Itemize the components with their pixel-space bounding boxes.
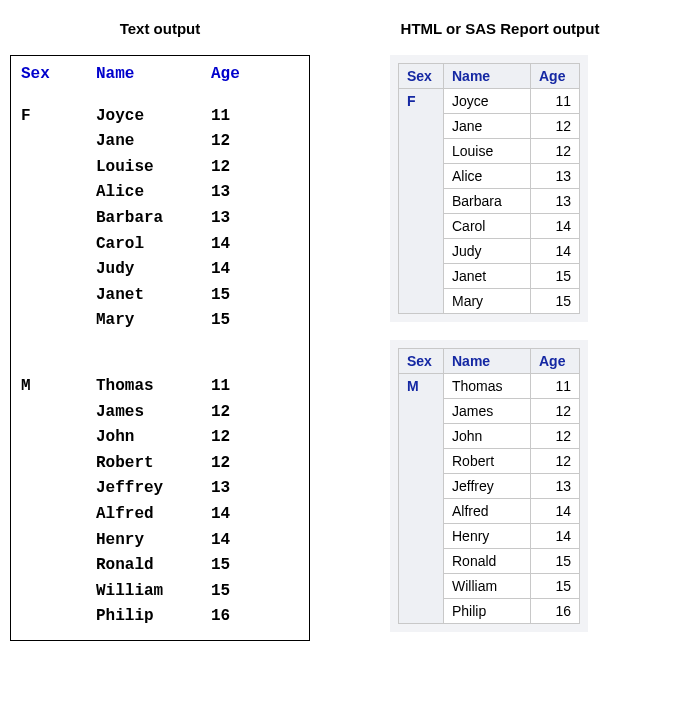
listing-cell-age: 13 — [211, 206, 251, 232]
listing-cell-sex: F — [21, 104, 96, 130]
listing-header-age: Age — [211, 62, 251, 88]
listing-row: MThomas11 — [21, 374, 299, 400]
sas-cell-age: 16 — [531, 599, 580, 624]
sas-cell-age: 12 — [531, 139, 580, 164]
sas-cell-name: Henry — [444, 524, 531, 549]
sas-cell-age: 12 — [531, 399, 580, 424]
sas-cell-age: 14 — [531, 499, 580, 524]
listing-row: Louise12 — [21, 155, 299, 181]
sas-cell-name: John — [444, 424, 531, 449]
listing-cell-age: 13 — [211, 476, 251, 502]
sas-cell-name: Philip — [444, 599, 531, 624]
listing-cell-sex — [21, 476, 96, 502]
sas-cell-name: Janet — [444, 264, 531, 289]
sas-header-sex: Sex — [399, 64, 444, 89]
listing-cell-age: 15 — [211, 579, 251, 605]
sas-cell-age: 13 — [531, 164, 580, 189]
listing-row: Judy14 — [21, 257, 299, 283]
text-output-section: Text output Sex Name Age FJoyce11Jane12L… — [10, 20, 310, 641]
sas-cell-name: Joyce — [444, 89, 531, 114]
listing-cell-age: 11 — [211, 104, 251, 130]
listing-row: Philip16 — [21, 604, 299, 630]
listing-cell-sex — [21, 604, 96, 630]
sas-cell-age: 14 — [531, 524, 580, 549]
listing-cell-sex — [21, 400, 96, 426]
listing-row: FJoyce11 — [21, 104, 299, 130]
listing-cell-name: Henry — [96, 528, 211, 554]
listing-cell-sex — [21, 283, 96, 309]
listing-row: Jane12 — [21, 129, 299, 155]
sas-table: SexNameAgeFJoyce11Jane12Louise12Alice13B… — [398, 63, 580, 314]
listing-cell-sex — [21, 257, 96, 283]
listing-cell-name: Barbara — [96, 206, 211, 232]
sas-cell-name: Alfred — [444, 499, 531, 524]
listing-cell-name: Robert — [96, 451, 211, 477]
listing-cell-age: 15 — [211, 308, 251, 334]
sas-header-age: Age — [531, 64, 580, 89]
listing-header: Sex Name Age — [21, 62, 299, 88]
listing-cell-name: Jane — [96, 129, 211, 155]
listing-row: Ronald15 — [21, 553, 299, 579]
table-row: FJoyce11 — [399, 89, 580, 114]
listing-cell-name: Mary — [96, 308, 211, 334]
sas-header-row: SexNameAge — [399, 349, 580, 374]
listing-cell-age: 16 — [211, 604, 251, 630]
listing-row: Alice13 — [21, 180, 299, 206]
sas-cell-name: Ronald — [444, 549, 531, 574]
listing-cell-name: Jeffrey — [96, 476, 211, 502]
listing-cell-age: 15 — [211, 553, 251, 579]
listing-cell-age: 14 — [211, 528, 251, 554]
sas-header-row: SexNameAge — [399, 64, 580, 89]
sas-cell-age: 11 — [531, 374, 580, 399]
html-tables-container: SexNameAgeFJoyce11Jane12Louise12Alice13B… — [390, 55, 610, 650]
listing-cell-age: 12 — [211, 400, 251, 426]
listing-cell-sex — [21, 579, 96, 605]
sas-cell-name: Judy — [444, 239, 531, 264]
listing-cell-name: Joyce — [96, 104, 211, 130]
sas-cell-name: Barbara — [444, 189, 531, 214]
sas-cell-sex: M — [399, 374, 444, 624]
sas-cell-age: 13 — [531, 189, 580, 214]
sas-cell-age: 13 — [531, 474, 580, 499]
listing-cell-sex — [21, 451, 96, 477]
listing-cell-name: Carol — [96, 232, 211, 258]
sas-header-name: Name — [444, 64, 531, 89]
sas-cell-name: William — [444, 574, 531, 599]
sas-cell-sex: F — [399, 89, 444, 314]
listing-row: Janet15 — [21, 283, 299, 309]
listing-cell-age: 15 — [211, 283, 251, 309]
listing-cell-name: Philip — [96, 604, 211, 630]
sas-cell-age: 15 — [531, 549, 580, 574]
listing-row: Henry14 — [21, 528, 299, 554]
sas-table-block: SexNameAgeFJoyce11Jane12Louise12Alice13B… — [390, 55, 588, 322]
sas-cell-age: 11 — [531, 89, 580, 114]
listing-cell-name: Thomas — [96, 374, 211, 400]
sas-cell-name: Carol — [444, 214, 531, 239]
listing-cell-name: Ronald — [96, 553, 211, 579]
listing-cell-sex — [21, 502, 96, 528]
listing-cell-sex — [21, 155, 96, 181]
listing-group-gap — [21, 334, 299, 374]
listing-cell-age: 14 — [211, 257, 251, 283]
sas-table-block: SexNameAgeMThomas11James12John12Robert12… — [390, 340, 588, 632]
sas-cell-name: Jeffrey — [444, 474, 531, 499]
listing-cell-age: 12 — [211, 451, 251, 477]
listing-cell-sex — [21, 308, 96, 334]
listing-cell-age: 12 — [211, 155, 251, 181]
sas-cell-age: 12 — [531, 424, 580, 449]
sas-cell-name: Jane — [444, 114, 531, 139]
sas-cell-age: 12 — [531, 449, 580, 474]
listing-cell-name: John — [96, 425, 211, 451]
listing-cell-name: Janet — [96, 283, 211, 309]
sas-cell-age: 14 — [531, 239, 580, 264]
text-output-title: Text output — [10, 20, 310, 37]
listing-row: Jeffrey13 — [21, 476, 299, 502]
sas-cell-name: Alice — [444, 164, 531, 189]
listing-box: Sex Name Age FJoyce11Jane12Louise12Alice… — [10, 55, 310, 641]
listing-row: Barbara13 — [21, 206, 299, 232]
sas-cell-age: 12 — [531, 114, 580, 139]
listing-cell-sex — [21, 206, 96, 232]
listing-cell-sex — [21, 425, 96, 451]
listing-cell-name: Alfred — [96, 502, 211, 528]
sas-cell-name: Thomas — [444, 374, 531, 399]
